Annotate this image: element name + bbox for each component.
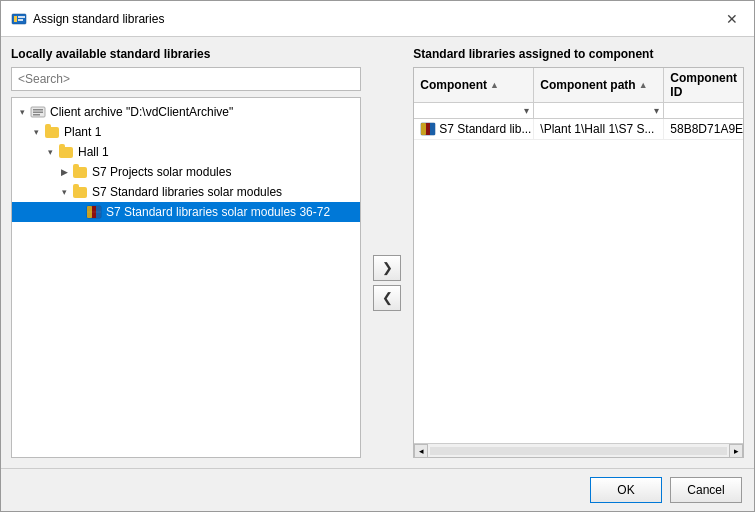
- scroll-left-button[interactable]: ◂: [414, 444, 428, 458]
- ok-label: OK: [617, 483, 634, 497]
- svg-rect-7: [33, 114, 40, 116]
- left-panel: Locally available standard libraries ▾: [11, 47, 361, 458]
- h-scroll-track[interactable]: [430, 447, 727, 455]
- dialog-icon: [11, 11, 27, 27]
- close-button[interactable]: ✕: [720, 7, 744, 31]
- tree-item-label: S7 Standard libraries solar modules 36-7…: [106, 205, 330, 219]
- svg-rect-5: [33, 109, 43, 111]
- svg-rect-1: [14, 16, 17, 22]
- left-panel-title: Locally available standard libraries: [11, 47, 361, 61]
- tree-item-label: Client archive "D:\vdClientArchive": [50, 105, 233, 119]
- row-lib-icon: [420, 122, 436, 136]
- col-component-id[interactable]: Component ID: [664, 68, 743, 102]
- tree-item-label: S7 Standard libraries solar modules: [92, 185, 282, 199]
- svg-rect-6: [33, 112, 43, 114]
- title-bar-left: Assign standard libraries: [11, 11, 164, 27]
- remove-arrow-icon: ❮: [382, 290, 393, 305]
- filter-component-id: [664, 103, 743, 118]
- right-panel-title: Standard libraries assigned to component: [413, 47, 744, 61]
- folder-icon: [44, 125, 60, 139]
- chevron-icon: ▾: [30, 126, 42, 138]
- svg-rect-16: [430, 123, 435, 135]
- tree-item-plant1[interactable]: ▾ Plant 1: [12, 122, 360, 142]
- folder-icon: [58, 145, 74, 159]
- filter-dropdown-icon: ▾: [654, 105, 659, 116]
- add-button[interactable]: ❯: [373, 255, 401, 281]
- cell-component-value: S7 Standard lib...: [439, 122, 531, 136]
- chevron-icon: ▶: [58, 166, 70, 178]
- tree-item-label: S7 Projects solar modules: [92, 165, 231, 179]
- chevron-icon: ▾: [58, 186, 70, 198]
- chevron-icon: ▾: [44, 146, 56, 158]
- cancel-label: Cancel: [687, 483, 724, 497]
- svg-rect-14: [421, 123, 426, 135]
- cell-component: S7 Standard lib...: [414, 119, 534, 139]
- cell-id-value: 58B8D71A9E0A46E...: [670, 122, 743, 136]
- chevron-icon: ▾: [16, 106, 28, 118]
- folder-icon: [72, 185, 88, 199]
- cell-path: \Plant 1\Hall 1\S7 S...: [534, 119, 664, 139]
- filter-row: ▾ ▾: [414, 103, 743, 119]
- col-label: Component path: [540, 78, 635, 92]
- middle-panel: ❯ ❮: [371, 47, 403, 458]
- svg-rect-2: [18, 16, 25, 18]
- table-row[interactable]: S7 Standard lib... \Plant 1\Hall 1\S7 S.…: [414, 119, 743, 140]
- tree-item-projects-solar[interactable]: ▶ S7 Projects solar modules: [12, 162, 360, 182]
- chevron-icon: [72, 206, 84, 218]
- dialog-footer: OK Cancel: [1, 468, 754, 511]
- svg-rect-15: [426, 123, 430, 135]
- filter-dropdown-icon: ▾: [524, 105, 529, 116]
- cell-id: 58B8D71A9E0A46E...: [664, 119, 743, 139]
- title-bar: Assign standard libraries ✕: [1, 1, 754, 37]
- tree-item-hall1[interactable]: ▾ Hall 1: [12, 142, 360, 162]
- filter-component-path[interactable]: ▾: [534, 103, 664, 118]
- search-input[interactable]: [11, 67, 361, 91]
- col-label: Component ID: [670, 71, 737, 99]
- ok-button[interactable]: OK: [590, 477, 662, 503]
- dialog-body: Locally available standard libraries ▾: [1, 37, 754, 468]
- tree-item-label: Hall 1: [78, 145, 109, 159]
- tree-item-client-archive[interactable]: ▾ Client archive "D:\vdClientArchive": [12, 102, 360, 122]
- tree-item-std-libs-solar[interactable]: ▾ S7 Standard libraries solar modules: [12, 182, 360, 202]
- assigned-table: Component ▲ Component path ▲ Component I…: [413, 67, 744, 458]
- right-panel: Standard libraries assigned to component…: [413, 47, 744, 458]
- add-arrow-icon: ❯: [382, 260, 393, 275]
- table-header: Component ▲ Component path ▲ Component I…: [414, 68, 743, 103]
- col-component[interactable]: Component ▲: [414, 68, 534, 102]
- tree-item-label: Plant 1: [64, 125, 101, 139]
- cell-path-value: \Plant 1\Hall 1\S7 S...: [540, 122, 654, 136]
- sort-asc-icon: ▲: [639, 80, 648, 90]
- sort-asc-icon: ▲: [490, 80, 499, 90]
- dialog-title: Assign standard libraries: [33, 12, 164, 26]
- cancel-button[interactable]: Cancel: [670, 477, 742, 503]
- h-scroll-area: ◂ ▸: [414, 443, 743, 457]
- archive-icon: [30, 105, 46, 119]
- library-icon: [86, 205, 102, 219]
- tree-container: ▾ Client archive "D:\vdClientArchive" ▾: [11, 97, 361, 458]
- filter-component[interactable]: ▾: [414, 103, 534, 118]
- scroll-right-button[interactable]: ▸: [729, 444, 743, 458]
- remove-button[interactable]: ❮: [373, 285, 401, 311]
- svg-rect-3: [18, 19, 23, 21]
- assign-libraries-dialog: Assign standard libraries ✕ Locally avai…: [0, 0, 755, 512]
- col-component-path[interactable]: Component path ▲: [534, 68, 664, 102]
- col-label: Component: [420, 78, 487, 92]
- folder-icon: [72, 165, 88, 179]
- table-spacer: [414, 140, 743, 443]
- tree-item-std-libs-solar-36[interactable]: S7 Standard libraries solar modules 36-7…: [12, 202, 360, 222]
